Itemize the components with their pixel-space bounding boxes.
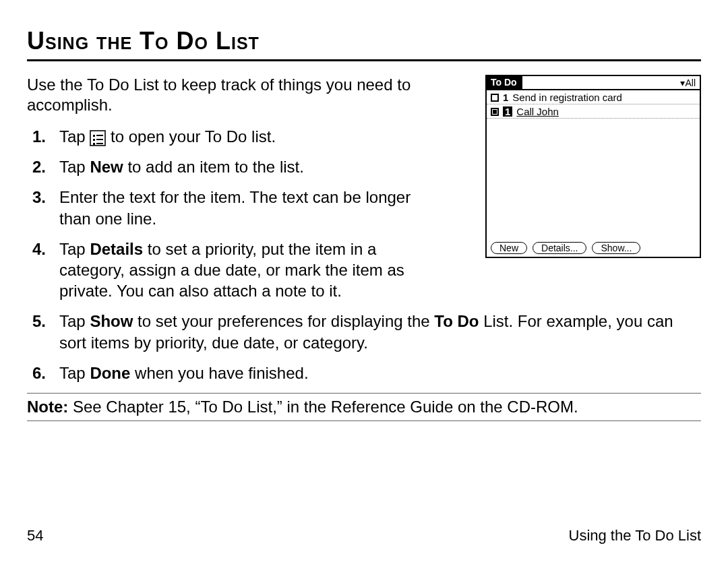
step-1: Tap to open your To Do list. (27, 126, 431, 147)
step-5: Tap Show to set your preferences for dis… (27, 311, 701, 352)
new-button[interactable]: New (491, 242, 527, 254)
footer-section-title: Using the To Do List (569, 527, 701, 544)
note-section: Note: See Chapter 15, “To Do List,” in t… (27, 393, 701, 421)
section-heading: Using the To Do List (27, 27, 701, 61)
device-title: To Do (487, 76, 522, 89)
show-button[interactable]: Show... (592, 242, 640, 254)
priority-number: 1 (503, 106, 512, 117)
step-6: Tap Done when you have finished. (27, 363, 701, 383)
step-4: Tap Details to set a priority, put the i… (27, 239, 431, 302)
page-number: 54 (27, 527, 43, 544)
todo-text: Call John (516, 106, 696, 117)
device-category-filter[interactable]: All (676, 77, 700, 89)
intro-paragraph: Use the To Do List to keep track of thin… (27, 75, 425, 115)
note-text: See Chapter 15, “To Do List,” in the Ref… (68, 398, 578, 416)
todo-item[interactable]: 1 Send in registration card (487, 90, 700, 104)
step-2: Tap New to add an item to the list. (27, 156, 431, 177)
checkbox-icon[interactable] (491, 108, 499, 116)
todo-text: Send in registration card (512, 92, 696, 102)
todo-app-icon (90, 130, 106, 146)
details-button[interactable]: Details... (533, 242, 586, 254)
note-label: Note: (27, 398, 68, 416)
step-3: Enter the text for the item. The text ca… (27, 187, 431, 228)
priority-number: 1 (503, 92, 508, 102)
todo-screenshot: To Do All 1 Send in registration card 1 … (485, 75, 701, 258)
checkbox-icon[interactable] (491, 94, 499, 102)
device-list: 1 Send in registration card 1 Call John (487, 90, 700, 239)
todo-item[interactable]: 1 Call John (487, 104, 700, 119)
